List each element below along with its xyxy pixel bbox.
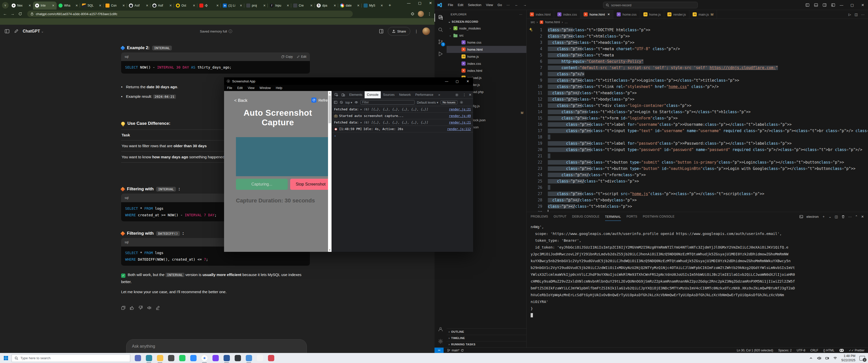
tab-close-icon[interactable]: ✕ xyxy=(287,4,289,7)
notification-center-icon[interactable]: 2 xyxy=(860,356,865,361)
section-running-tasks[interactable]: ›RUNNING TASKS xyxy=(446,341,526,348)
tray-camera-icon[interactable] xyxy=(825,356,829,360)
console-message[interactable]: Fetched data: ▸ (6) [{…}, {…}, {…}, {…},… xyxy=(332,106,473,113)
run-file-icon[interactable]: ▷ xyxy=(848,12,851,16)
share-button[interactable]: Share xyxy=(388,27,410,36)
wifi-icon[interactable] xyxy=(833,356,837,360)
taskbar-app-word-icon[interactable] xyxy=(221,353,232,363)
app-menu-edit[interactable]: Edit xyxy=(237,86,243,90)
inspect-icon[interactable] xyxy=(335,93,338,97)
browser-tab[interactable]: Wha✕ xyxy=(57,1,80,9)
scroll-thumb[interactable] xyxy=(329,96,331,123)
breadcrumb-item[interactable]: home.html xyxy=(545,21,560,24)
menu-[interactable]: ··· xyxy=(504,2,512,7)
explorer-icon[interactable] xyxy=(434,11,446,24)
browser-tab[interactable]: Asif✕ xyxy=(150,1,174,9)
devtools-tab-network[interactable]: Network xyxy=(397,91,413,98)
console-message[interactable]: Started auto screenshot capture...render… xyxy=(332,113,473,119)
app-minimize-button[interactable]: — xyxy=(441,77,452,85)
no-issues-button[interactable]: No Issues xyxy=(440,100,458,104)
tab-close-icon[interactable]: ✕ xyxy=(99,4,101,7)
source-control-icon[interactable]: 1 xyxy=(434,36,446,48)
browser-profile-avatar[interactable] xyxy=(418,11,424,17)
toggle-panel-icon[interactable] xyxy=(814,3,818,7)
tab-close-icon[interactable]: ✕ xyxy=(52,4,55,7)
browser-tab[interactable]: date✕ xyxy=(338,1,362,9)
split-terminal-icon[interactable]: ◫ xyxy=(835,215,838,219)
console-source-link[interactable]: render.js:112 xyxy=(447,127,471,131)
browser-minimize-button[interactable]: — xyxy=(407,1,410,5)
terminal-output[interactable]: n4Wg', scope: 'https://www.googleapis.co… xyxy=(527,221,868,319)
section-timeline[interactable]: ›TIMELINE xyxy=(446,335,526,341)
panel-tab-output[interactable]: OUTPUT xyxy=(554,215,566,218)
sidebar-toggle-icon[interactable] xyxy=(4,29,9,34)
eye-icon[interactable] xyxy=(354,101,358,104)
editor-tab[interactable]: JShome.js xyxy=(640,10,664,19)
taskbar-app-whatsapp-icon[interactable] xyxy=(177,353,188,363)
tab-close-icon[interactable]: ✕ xyxy=(216,4,219,7)
taskbar-app-file-explorer-icon[interactable] xyxy=(154,353,165,363)
taskbar-app-chrome-icon[interactable] xyxy=(199,353,210,363)
dock-side-icon[interactable] xyxy=(334,101,337,104)
close-panel-icon[interactable]: ✕ xyxy=(861,215,864,219)
tab-close-icon[interactable]: ✕ xyxy=(122,4,125,7)
taskbar-app-chatgpt-icon[interactable] xyxy=(254,353,266,363)
vscode-maximize-button[interactable]: ▢ xyxy=(847,0,858,10)
thumbs-up-icon[interactable] xyxy=(130,305,134,310)
volume-icon[interactable] xyxy=(817,356,821,360)
browser-tab[interactable]: Nex✕ xyxy=(9,1,33,9)
browser-close-button[interactable]: ✕ xyxy=(429,1,432,5)
breadcrumb-item[interactable]: src xyxy=(531,21,535,24)
breadcrumb[interactable]: src›5home.html›… xyxy=(527,19,868,26)
sql-code[interactable]: SELECT NOW() - INTERVAL 30 DAY AS thirty… xyxy=(121,61,310,74)
devtools-menu-icon[interactable]: ⋮ xyxy=(463,93,466,97)
taskbar-app-app-1-icon[interactable] xyxy=(132,353,143,363)
status-item[interactable]: Spaces: 2 xyxy=(778,349,792,352)
prettier-status[interactable]: ✓✓ Prettier xyxy=(849,349,865,352)
tab-close-icon[interactable]: ✕ xyxy=(146,4,148,7)
console-source-link[interactable]: render.js:21 xyxy=(449,108,471,111)
device-toolbar-icon[interactable] xyxy=(341,93,345,97)
split-editor-icon[interactable]: ◫ xyxy=(855,12,858,16)
console-filter-input[interactable]: Filter xyxy=(360,100,414,105)
devtools-overflow-chevron[interactable]: » xyxy=(436,91,442,98)
start-button[interactable] xyxy=(0,353,11,363)
copy-icon[interactable] xyxy=(121,305,126,310)
scroll-up-icon[interactable]: ▲ xyxy=(328,91,332,95)
tab-close-icon[interactable]: ✕ xyxy=(240,4,242,7)
app-menu-view[interactable]: View xyxy=(248,86,255,90)
taskbar-app-edge-icon[interactable] xyxy=(143,353,154,363)
command-center-search[interactable]: screen-record xyxy=(603,2,698,8)
explorer-more-icon[interactable]: ··· xyxy=(519,13,522,16)
status-item[interactable]: CRLF xyxy=(810,349,818,352)
conversation-menu-icon[interactable]: ⋮ xyxy=(414,29,418,34)
back-link[interactable]: < Back xyxy=(234,98,247,103)
new-terminal-icon[interactable]: ＋ xyxy=(822,214,825,219)
menu-go[interactable]: Go xyxy=(495,2,504,7)
hidden-icons-chevron-icon[interactable] xyxy=(809,356,813,360)
customize-layout-icon[interactable] xyxy=(831,3,835,7)
devtools-tab-elements[interactable]: Elements xyxy=(347,91,365,98)
app-scrollbar[interactable]: ▲ ▼ xyxy=(328,91,332,252)
panel-tab-terminal[interactable]: TERMINAL xyxy=(605,215,621,221)
console-settings-gear-icon[interactable] xyxy=(460,101,463,104)
editor-tab[interactable]: 5index.html xyxy=(527,10,554,19)
maximize-panel-chevron-icon[interactable]: ⌃ xyxy=(855,215,858,219)
file-tree-item[interactable]: JShome.js xyxy=(446,53,526,60)
code-editor[interactable]: 1class="p"><class="t">!DOCTYPE htmlclass… xyxy=(527,26,868,212)
menu-file[interactable]: File xyxy=(445,2,456,7)
panel-tab-problems[interactable]: PROBLEMS xyxy=(531,215,548,218)
nav-forward-arrow[interactable]: → xyxy=(521,2,529,7)
thumbs-down-icon[interactable] xyxy=(138,305,143,310)
taskbar-app-app-8-icon[interactable] xyxy=(210,353,221,363)
browser-tab[interactable]: in(1) Li✕ xyxy=(221,1,244,9)
account-icon[interactable] xyxy=(434,323,446,335)
file-tree-item[interactable]: 5home.html xyxy=(446,46,526,53)
menu-edit[interactable]: Edit xyxy=(456,2,466,7)
editor-tab[interactable]: #home.css xyxy=(613,10,640,19)
tab-close-icon[interactable]: ✕ xyxy=(310,4,313,7)
file-tree-item[interactable]: 5index.html xyxy=(446,67,526,74)
tab-close-icon[interactable]: ✕ xyxy=(169,4,172,7)
capturing-button[interactable]: Capturing... xyxy=(236,179,288,190)
editor-more-icon[interactable]: ··· xyxy=(861,12,865,16)
